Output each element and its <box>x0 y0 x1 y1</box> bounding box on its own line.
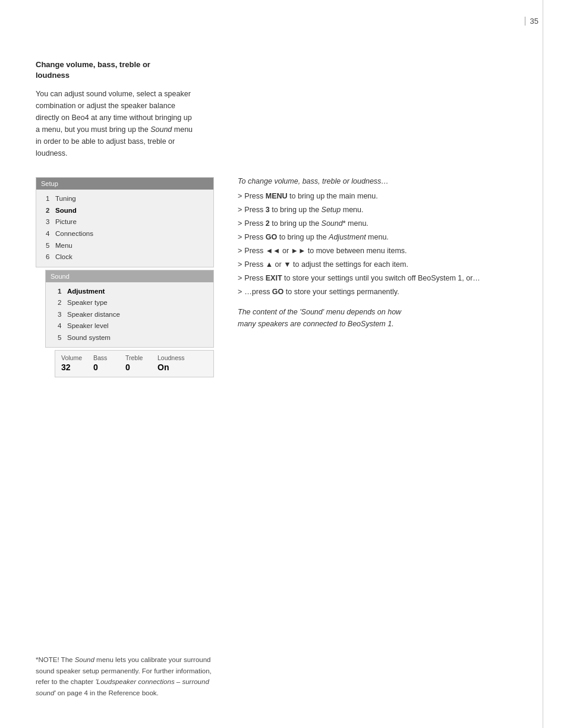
page-container: 35 Change volume, bass, treble orloudnes… <box>0 0 567 728</box>
value-volume: 32 <box>61 363 83 372</box>
instruction-text-7: Press EXIT to store your settings until … <box>244 272 531 284</box>
section-title: Change volume, bass, treble orloudness <box>36 59 531 81</box>
instruction-text-8: …press GO to store your settings permane… <box>244 286 531 298</box>
setup-menu: Setup 1Tuning 2Sound 3Picture 4Connectio… <box>36 177 214 267</box>
arrow-icon: > <box>238 245 242 257</box>
setup-menu-header: Setup <box>36 178 213 190</box>
menu-mockup-area: Setup 1Tuning 2Sound 3Picture 4Connectio… <box>36 177 214 377</box>
header-treble: Treble <box>125 354 147 361</box>
value-bass: 0 <box>93 363 115 372</box>
instruction-7: > Press EXIT to store your settings unti… <box>238 272 531 284</box>
setup-menu-items: 1Tuning 2Sound 3Picture 4Connections 5Me… <box>36 190 213 266</box>
menu-item-sound: 2Sound <box>46 205 209 217</box>
menu-item-tuning: 1Tuning <box>46 193 209 205</box>
instruction-5: > Press ◄◄ or ►► to move between menu it… <box>238 245 531 257</box>
main-content: Change volume, bass, treble orloudness Y… <box>36 59 531 377</box>
instruction-text-6: Press ▲ or ▼ to adjust the settings for … <box>244 259 531 270</box>
arrow-icon: > <box>238 286 242 298</box>
sound-menu: Sound 1Adjustment 2Speaker type 3Speaker… <box>45 270 214 348</box>
instruction-6: > Press ▲ or ▼ to adjust the settings fo… <box>238 259 531 270</box>
instruction-8: > …press GO to store your settings perma… <box>238 286 531 298</box>
instruction-3: > Press 2 to bring up the Sound* menu. <box>238 218 531 229</box>
menu-item-clock: 6Clock <box>46 251 209 263</box>
sound-item-sound-system: 5Sound system <box>58 332 209 344</box>
instruction-4: > Press GO to bring up the Adjustment me… <box>238 231 531 243</box>
header-volume: Volume <box>61 354 83 361</box>
instruction-list: > Press MENU to bring up the main menu. … <box>238 190 531 298</box>
sound-item-speaker-level: 4Speaker level <box>58 320 209 332</box>
arrow-icon: > <box>238 272 242 284</box>
instruction-text-1: Press MENU to bring up the main menu. <box>244 190 531 202</box>
footnote: *NOTE! The Sound menu lets you calibrate… <box>36 654 220 698</box>
header-bass: Bass <box>93 354 115 361</box>
adjustment-values: 32 0 0 On <box>61 363 207 372</box>
page-number: 35 <box>525 17 538 26</box>
value-loudness: On <box>158 363 179 372</box>
arrow-icon: > <box>238 231 242 243</box>
header-loudness: Loudness <box>158 354 185 361</box>
arrow-icon: > <box>238 218 242 229</box>
menu-item-menu: 5Menu <box>46 240 209 252</box>
sound-menu-items: 1Adjustment 2Speaker type 3Speaker dista… <box>46 282 213 348</box>
instruction-text-5: Press ◄◄ or ►► to move between menu item… <box>244 245 531 257</box>
menu-item-picture: 3Picture <box>46 216 209 228</box>
instruction-1: > Press MENU to bring up the main menu. <box>238 190 531 202</box>
intro-text: You can adjust sound volume, select a sp… <box>36 88 196 159</box>
arrow-icon: > <box>238 204 242 216</box>
arrow-icon: > <box>238 190 242 202</box>
value-treble: 0 <box>125 363 147 372</box>
sound-item-adjustment: 1Adjustment <box>58 286 209 298</box>
instructions-area: To change volume, bass, treble or loudne… <box>238 177 531 330</box>
arrow-icon: > <box>238 259 242 270</box>
instruction-2: > Press 3 to bring up the Setup menu. <box>238 204 531 216</box>
instruction-text-2: Press 3 to bring up the Setup menu. <box>244 204 531 216</box>
menu-item-connections: 4Connections <box>46 228 209 240</box>
sound-menu-header: Sound <box>46 270 213 282</box>
two-column-layout: Setup 1Tuning 2Sound 3Picture 4Connectio… <box>36 177 531 377</box>
adjustment-panel: Volume Bass Treble Loudness 32 0 0 On <box>55 350 214 377</box>
instruction-text-3: Press 2 to bring up the Sound* menu. <box>244 218 531 229</box>
sound-item-speaker-type: 2Speaker type <box>58 297 209 309</box>
sound-item-speaker-distance: 3Speaker distance <box>58 309 209 321</box>
adjustment-headers: Volume Bass Treble Loudness <box>61 354 207 361</box>
instructions-title: To change volume, bass, treble or loudne… <box>238 177 531 185</box>
instruction-text-4: Press GO to bring up the Adjustment menu… <box>244 231 531 243</box>
note-text: The content of the 'Sound' menu depends … <box>238 306 404 330</box>
page-border <box>543 0 543 728</box>
